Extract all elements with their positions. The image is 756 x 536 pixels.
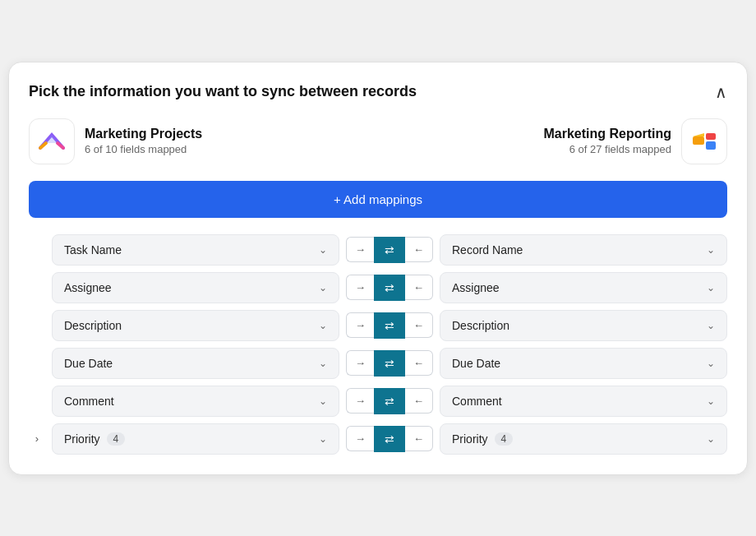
card-title: Pick the information you want to sync be… [29, 83, 417, 100]
right-field-chevron-icon: ⌄ [707, 395, 715, 407]
mapping-row: Assignee⌄→⇄←Assignee⌄ [29, 272, 727, 303]
right-app-logo [681, 118, 727, 164]
right-field-label: Assignee [452, 281, 500, 294]
right-field-select[interactable]: Comment⌄ [440, 386, 727, 417]
right-field-label-wrap: Record Name [452, 243, 523, 256]
left-app-logo [29, 118, 75, 164]
sync-controls: →⇄← [346, 426, 433, 452]
apps-row: Marketing Projects 6 of 10 fields mapped… [29, 118, 727, 164]
left-field-label: Priority [64, 432, 100, 446]
mapping-row: Description⌄→⇄←Description⌄ [29, 310, 727, 341]
collapse-icon[interactable]: ∧ [715, 82, 727, 102]
expand-row-icon[interactable]: › [29, 432, 45, 445]
left-app-text: Marketing Projects 6 of 10 fields mapped [85, 127, 202, 155]
right-field-label-wrap: Comment [452, 395, 502, 408]
left-field-chevron-icon: ⌄ [319, 244, 327, 256]
right-field-label: Due Date [452, 357, 500, 370]
left-field-label-wrap: Task Name [64, 243, 122, 256]
airtable-logo-icon [689, 127, 719, 156]
arrow-left-button[interactable]: ← [405, 237, 433, 262]
sync-controls: →⇄← [346, 312, 433, 339]
mappings-list: Task Name⌄→⇄←Record Name⌄Assignee⌄→⇄←Ass… [29, 234, 727, 455]
sync-bidirectional-button[interactable]: ⇄ [374, 426, 405, 452]
sync-card: Pick the information you want to sync be… [8, 62, 748, 475]
left-field-badge: 4 [107, 432, 126, 446]
left-field-label: Comment [64, 395, 114, 408]
arrow-left-button[interactable]: ← [405, 350, 433, 376]
left-field-select[interactable]: Due Date⌄ [52, 348, 339, 379]
right-field-chevron-icon: ⌄ [707, 433, 715, 445]
right-field-select[interactable]: Priority4⌄ [440, 423, 727, 455]
arrow-left-button[interactable]: ← [405, 275, 433, 300]
sync-bidirectional-button[interactable]: ⇄ [374, 350, 405, 377]
mapping-row: Task Name⌄→⇄←Record Name⌄ [29, 234, 727, 266]
left-field-label: Assignee [64, 281, 112, 294]
left-field-select[interactable]: Comment⌄ [52, 386, 339, 417]
sync-controls: →⇄← [346, 388, 433, 414]
sync-bidirectional-button[interactable]: ⇄ [374, 388, 405, 414]
svg-rect-1 [706, 133, 716, 140]
left-app-info: Marketing Projects 6 of 10 fields mapped [29, 118, 202, 164]
right-app-fields: 6 of 27 fields mapped [543, 143, 671, 155]
left-field-label-wrap: Description [64, 319, 122, 332]
left-field-chevron-icon: ⌄ [319, 433, 327, 445]
arrow-right-button[interactable]: → [346, 237, 374, 262]
arrow-right-button[interactable]: → [346, 275, 374, 300]
right-field-label-wrap: Assignee [452, 281, 500, 294]
add-mappings-label: + Add mappings [334, 192, 422, 206]
right-field-select[interactable]: Assignee⌄ [440, 272, 727, 303]
left-field-select[interactable]: Assignee⌄ [52, 272, 339, 303]
arrow-left-button[interactable]: ← [405, 426, 433, 451]
arrow-right-button[interactable]: → [346, 388, 374, 414]
right-field-label: Priority [452, 432, 488, 446]
arrow-left-button[interactable]: ← [405, 388, 433, 414]
right-field-select[interactable]: Due Date⌄ [440, 348, 727, 379]
right-field-label-wrap: Description [452, 319, 509, 332]
left-field-select[interactable]: Priority4⌄ [52, 423, 339, 455]
left-field-label-wrap: Assignee [64, 281, 112, 294]
right-field-label: Description [452, 319, 509, 332]
left-field-chevron-icon: ⌄ [319, 395, 327, 407]
left-app-name: Marketing Projects [85, 127, 202, 141]
sync-controls: →⇄← [346, 237, 433, 263]
right-field-label: Record Name [452, 243, 523, 256]
svg-marker-3 [693, 133, 704, 136]
card-header: Pick the information you want to sync be… [29, 82, 727, 102]
right-app-info: Marketing Reporting 6 of 27 fields mappe… [543, 118, 727, 164]
mapping-row: ›Priority4⌄→⇄←Priority4⌄ [29, 423, 727, 455]
left-field-label-wrap: Due Date [64, 357, 113, 370]
left-field-label: Due Date [64, 357, 113, 370]
sync-controls: →⇄← [346, 350, 433, 377]
right-field-select[interactable]: Description⌄ [440, 310, 727, 341]
left-field-chevron-icon: ⌄ [319, 358, 327, 369]
sync-bidirectional-button[interactable]: ⇄ [374, 275, 405, 301]
arrow-left-button[interactable]: ← [405, 312, 433, 338]
right-app-name: Marketing Reporting [543, 127, 671, 141]
sync-controls: →⇄← [346, 275, 433, 301]
left-field-select[interactable]: Description⌄ [52, 310, 339, 341]
left-field-label: Task Name [64, 243, 122, 256]
left-field-chevron-icon: ⌄ [319, 320, 327, 331]
left-field-label-wrap: Priority4 [64, 432, 125, 446]
left-field-chevron-icon: ⌄ [319, 282, 327, 293]
right-field-chevron-icon: ⌄ [707, 358, 715, 369]
mapping-row: Due Date⌄→⇄←Due Date⌄ [29, 348, 727, 379]
right-app-text: Marketing Reporting 6 of 27 fields mappe… [543, 127, 671, 155]
svg-rect-0 [693, 136, 704, 145]
arrow-right-button[interactable]: → [346, 426, 374, 451]
arrow-right-button[interactable]: → [346, 312, 374, 338]
right-field-select[interactable]: Record Name⌄ [440, 234, 727, 266]
left-field-label: Description [64, 319, 122, 332]
arrow-right-button[interactable]: → [346, 350, 374, 376]
left-field-select[interactable]: Task Name⌄ [52, 234, 339, 266]
clickup-logo-icon [37, 127, 67, 156]
right-field-badge: 4 [495, 432, 514, 446]
sync-bidirectional-button[interactable]: ⇄ [374, 312, 405, 339]
left-app-fields: 6 of 10 fields mapped [85, 143, 202, 155]
mapping-row: Comment⌄→⇄←Comment⌄ [29, 386, 727, 417]
sync-bidirectional-button[interactable]: ⇄ [374, 237, 405, 263]
add-mappings-button[interactable]: + Add mappings [29, 181, 727, 218]
right-field-label: Comment [452, 395, 502, 408]
right-field-chevron-icon: ⌄ [707, 282, 715, 293]
svg-rect-2 [706, 141, 716, 150]
